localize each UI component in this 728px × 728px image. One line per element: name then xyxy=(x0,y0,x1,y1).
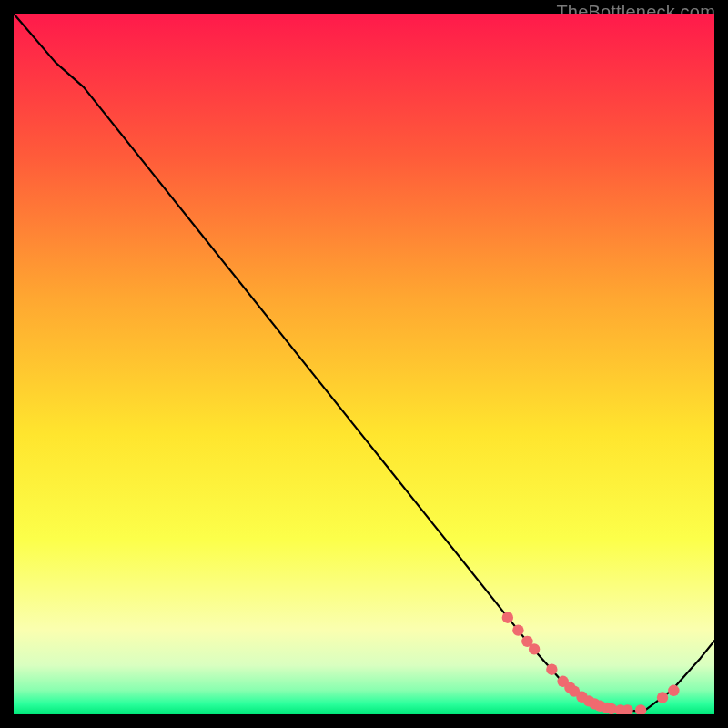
plot-area xyxy=(14,14,714,714)
marker-point xyxy=(512,624,523,635)
marker-point xyxy=(529,643,540,654)
marker-point xyxy=(546,664,557,675)
gradient-background xyxy=(14,14,714,714)
marker-point xyxy=(657,692,668,703)
marker-point xyxy=(668,685,679,696)
chart-svg xyxy=(14,14,714,714)
chart-container: TheBottleneck.com xyxy=(0,0,728,728)
marker-point xyxy=(502,612,513,623)
